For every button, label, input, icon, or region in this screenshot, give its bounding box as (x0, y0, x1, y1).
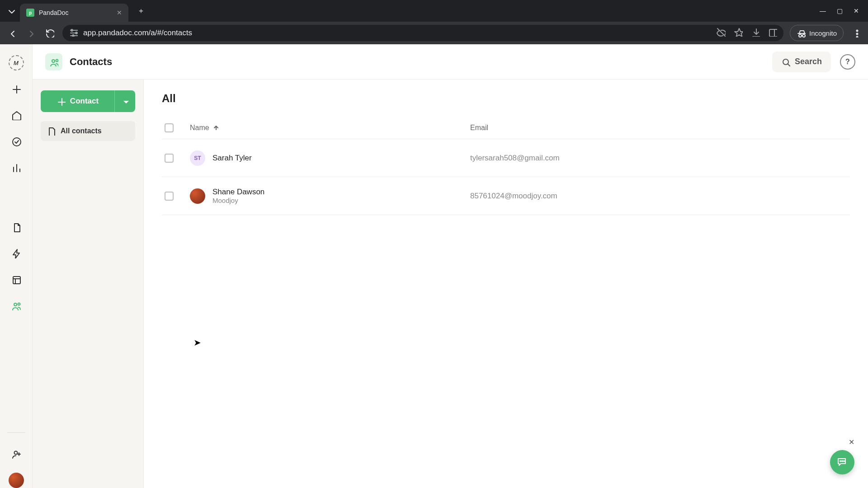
home-icon (11, 110, 21, 120)
svg-point-13 (14, 451, 17, 455)
app: M Contacts (0, 44, 868, 488)
page-header: Contacts Search ? (33, 44, 868, 80)
check-circle-icon (11, 136, 21, 146)
svg-point-8 (857, 37, 858, 38)
sidebar-all-contacts[interactable]: All contacts (41, 121, 135, 141)
row-checkbox[interactable] (165, 192, 174, 201)
page-title: Contacts (70, 56, 112, 68)
chat-icon (836, 456, 848, 468)
chat-widget: ✕ (830, 438, 854, 474)
template-icon (11, 275, 21, 285)
search-button[interactable]: Search (772, 52, 831, 72)
back-button[interactable] (5, 27, 18, 39)
tab-title: PandaDoc (39, 9, 68, 16)
table-row[interactable]: ST Sarah Tyler tylersarah508@gmail.com (162, 139, 850, 177)
search-label: Search (795, 57, 822, 66)
rail-tasks[interactable] (9, 134, 24, 149)
contact-name: Shane Dawson (212, 188, 264, 197)
people-icon (11, 301, 21, 311)
document-icon (11, 222, 21, 232)
svg-point-18 (842, 461, 843, 462)
rail-invite[interactable] (9, 446, 24, 462)
svg-rect-10 (13, 277, 20, 284)
kebab-icon (852, 28, 861, 38)
content-area: All Name Email ST (144, 80, 868, 488)
contact-email: 85761024@moodjoy.com (470, 192, 557, 200)
table-header: Name Email (162, 117, 850, 139)
bookmark-icon[interactable] (734, 28, 743, 39)
url-text: app.pandadoc.com/a/#/contacts (83, 28, 192, 38)
rail-home[interactable] (9, 108, 24, 123)
chat-close-button[interactable]: ✕ (849, 438, 854, 446)
forward-button[interactable] (24, 27, 37, 39)
plus-icon (11, 84, 21, 94)
contact-avatar-image (190, 188, 205, 204)
column-header-name[interactable]: Name (190, 124, 470, 132)
people-icon (49, 57, 58, 66)
window-controls: — ▢ ✕ (820, 7, 864, 14)
select-all-checkbox[interactable] (165, 123, 174, 132)
search-icon (781, 57, 790, 66)
page-icon (46, 127, 55, 136)
reload-button[interactable] (43, 27, 56, 39)
new-contact-button[interactable]: Contact (41, 90, 114, 112)
arrow-left-icon (7, 28, 16, 38)
svg-rect-3 (769, 29, 777, 37)
downloads-icon[interactable] (751, 28, 760, 39)
rail-reports[interactable] (9, 160, 24, 175)
table-row[interactable]: Shane Dawson Moodjoy 85761024@moodjoy.co… (162, 177, 850, 215)
contact-button-dropdown[interactable] (114, 90, 135, 112)
workspace-avatar[interactable]: M (9, 55, 24, 70)
contact-button-label: Contact (70, 97, 99, 106)
incognito-indicator[interactable]: Incognito (790, 25, 844, 41)
rail-templates[interactable] (9, 272, 24, 287)
contacts-page-icon (45, 53, 62, 70)
close-tab-button[interactable]: ✕ (117, 9, 122, 16)
maximize-button[interactable]: ▢ (837, 7, 843, 14)
bolt-icon (11, 249, 21, 258)
rail-new-button[interactable] (9, 81, 24, 97)
incognito-label: Incognito (809, 29, 837, 37)
arrow-right-icon (26, 28, 35, 38)
contact-avatar-initials: ST (190, 150, 205, 166)
nav-rail: M (0, 44, 33, 488)
person-plus-icon (11, 449, 21, 459)
sidebar-item-label: All contacts (61, 127, 102, 135)
bar-chart-icon (11, 163, 21, 173)
close-window-button[interactable]: ✕ (854, 7, 859, 14)
browser-tab[interactable]: p PandaDoc ✕ (20, 4, 128, 22)
browser-frame: p PandaDoc ✕ ＋ — ▢ ✕ app.pandadoc.com/a/… (0, 0, 868, 488)
new-tab-button[interactable]: ＋ (134, 4, 148, 18)
svg-point-15 (56, 59, 58, 61)
chevron-down-icon (6, 6, 15, 15)
contact-email: tylersarah508@gmail.com (470, 154, 560, 162)
rail-documents[interactable] (9, 220, 24, 235)
contact-name: Sarah Tyler (212, 154, 252, 163)
address-bar: app.pandadoc.com/a/#/contacts Incognito (0, 22, 868, 44)
contact-company: Moodjoy (212, 197, 264, 204)
rail-divider (7, 432, 25, 433)
left-sidebar: Contact All contacts (33, 80, 144, 488)
sidepanel-icon[interactable] (768, 28, 777, 39)
browser-menu-button[interactable] (850, 27, 863, 39)
tab-bar: p PandaDoc ✕ ＋ — ▢ ✕ (0, 0, 868, 22)
rail-automation[interactable] (9, 246, 24, 261)
svg-point-11 (14, 303, 17, 306)
contact-button-group: Contact (41, 90, 135, 112)
tab-search-dropdown[interactable] (4, 4, 18, 18)
mouse-cursor: ➤ (193, 337, 201, 348)
chat-fab[interactable] (830, 450, 854, 474)
reload-icon (45, 28, 54, 38)
rail-contacts[interactable] (9, 298, 24, 314)
row-checkbox[interactable] (165, 154, 174, 163)
site-settings-icon[interactable] (69, 28, 78, 39)
help-button[interactable]: ? (840, 54, 855, 70)
svg-point-19 (844, 461, 844, 462)
minimize-button[interactable]: — (820, 7, 826, 14)
svg-point-14 (52, 60, 55, 62)
user-avatar[interactable] (9, 473, 24, 488)
hide-extension-icon[interactable] (717, 28, 726, 39)
address-field[interactable]: app.pandadoc.com/a/#/contacts (62, 25, 783, 41)
svg-point-7 (857, 33, 858, 35)
column-header-email[interactable]: Email (470, 124, 847, 132)
